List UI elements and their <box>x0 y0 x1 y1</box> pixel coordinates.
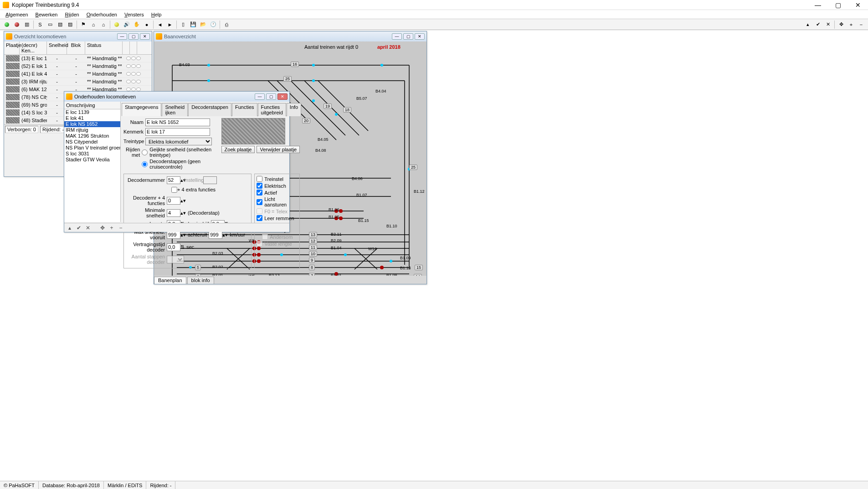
chk-elektrisch[interactable] <box>257 183 262 189</box>
tb-check-icon[interactable]: ✔ <box>813 20 822 29</box>
tb-move-icon[interactable]: ✥ <box>837 20 846 29</box>
baan-close-button[interactable]: ✕ <box>415 33 425 40</box>
ov-min-button[interactable]: — <box>117 33 127 40</box>
ondh-max-button[interactable]: ▢ <box>266 93 276 100</box>
ov-max-button[interactable]: ▢ <box>128 33 139 40</box>
tb-plus-icon[interactable]: + <box>847 20 856 29</box>
extra-functies-check[interactable] <box>171 187 177 193</box>
minsnel-input[interactable] <box>167 209 180 217</box>
chk-actief[interactable] <box>257 190 262 196</box>
treintype-select[interactable]: Elektra lokomotief <box>145 138 212 145</box>
zoek-plaatje-button[interactable]: Zoek plaatje <box>221 146 255 153</box>
close-button[interactable]: ✕ <box>848 0 868 10</box>
tb-dark-icon[interactable]: ● <box>142 20 151 29</box>
menu-algemeen[interactable]: Algemeen <box>2 11 32 18</box>
footer-x-icon[interactable]: ✕ <box>84 224 92 232</box>
list-item[interactable]: S loc 3031 <box>64 151 120 157</box>
tb-flag-icon[interactable]: ⚑ <box>79 20 88 29</box>
ondh-min-button[interactable]: — <box>255 93 265 100</box>
tb-red-icon[interactable] <box>12 20 21 29</box>
list-item[interactable]: E lok NS 1652 <box>64 121 120 127</box>
col-status[interactable]: Status <box>85 41 123 54</box>
tb-btn3[interactable]: ▥ <box>22 20 31 29</box>
vertrag-input[interactable] <box>167 243 180 251</box>
menu-help[interactable]: Help <box>148 11 165 18</box>
tb-sound-icon[interactable]: 🔊 <box>122 20 131 29</box>
tb-open-icon[interactable]: 📂 <box>199 20 208 29</box>
tab-info[interactable]: Info <box>287 103 301 116</box>
achter-input[interactable] <box>209 231 222 239</box>
kenmerk-input[interactable] <box>145 128 210 136</box>
window-onderhouden[interactable]: Onderhouden locomotieven — ▢ ✕ Omschrijv… <box>64 91 290 232</box>
tb-x-icon[interactable]: ✕ <box>823 20 832 29</box>
tb-hand-icon[interactable]: ✋ <box>132 20 141 29</box>
radio-decoderstappen[interactable] <box>142 161 148 167</box>
tb-print-icon[interactable]: ⎙ <box>222 20 231 29</box>
menu-onderhouden[interactable]: Onderhouden <box>83 11 121 18</box>
col-plaatje[interactable]: Plaatje <box>4 41 20 54</box>
baan-max-button[interactable]: ▢ <box>403 33 413 40</box>
tb-home2-icon[interactable]: ⌂ <box>99 20 108 29</box>
dec4-input[interactable] <box>167 197 180 205</box>
chk-treinstel[interactable] <box>257 176 262 182</box>
tab-stamgegevens[interactable]: Stamgegevens <box>122 103 161 116</box>
footer-plus-icon[interactable]: + <box>108 224 115 232</box>
tb-minus-icon[interactable]: − <box>857 20 866 29</box>
list-item[interactable]: E lok 41 <box>64 115 120 121</box>
tab-banenplan[interactable]: Banenplan <box>154 277 186 284</box>
decnr-input[interactable] <box>167 176 180 184</box>
tab-snelheid[interactable]: Snelheid ijken <box>162 103 188 116</box>
footer-check-icon[interactable]: ✔ <box>75 224 82 232</box>
list-item[interactable]: Stadler GTW Veolia <box>64 157 120 163</box>
tb-left-icon[interactable]: ◄ <box>155 20 164 29</box>
tb-btn5[interactable]: ▭ <box>46 20 55 29</box>
tb-btn7[interactable]: ▨ <box>66 20 75 29</box>
tb-yellow-icon[interactable] <box>112 20 121 29</box>
col-snelheid[interactable]: Snelheid <box>47 41 67 54</box>
minimize-button[interactable]: — <box>808 0 828 10</box>
tb-home-icon[interactable]: ⌂ <box>89 20 98 29</box>
col-kenmerk[interactable]: (decnr) Ken... <box>20 41 47 54</box>
table-row[interactable]: (41) E lok 41--** Handmatig ** <box>4 70 152 78</box>
list-item[interactable]: IRM rijtuig <box>64 127 120 133</box>
tb-green-icon[interactable] <box>2 20 11 29</box>
baan-min-button[interactable]: — <box>392 33 402 40</box>
ondh-list[interactable]: E loc 1139E lok 41E lok NS 1652IRM rijtu… <box>64 109 120 222</box>
table-row[interactable]: (13) E loc 1139--** Handmatig ** <box>4 55 152 62</box>
tb-doc-icon[interactable]: ▯ <box>179 20 188 29</box>
footer-move-icon[interactable]: ✥ <box>99 224 106 232</box>
table-row[interactable]: (52) E lok 17--** Handmatig ** <box>4 62 152 70</box>
tab-decoderstappen[interactable]: Decoderstappen <box>188 103 231 116</box>
ondh-close-button[interactable]: ✕ <box>277 93 288 100</box>
chk-leer[interactable] <box>257 215 262 221</box>
chk-licht[interactable] <box>257 199 262 205</box>
verwijder-plaatje-button[interactable]: Verwijder plaatje <box>257 146 300 153</box>
col-blok[interactable]: Blok <box>67 41 85 54</box>
radio-geijkte[interactable] <box>142 149 148 155</box>
list-item[interactable]: MAK 1296 Strukton <box>64 133 120 139</box>
tab-functies-uitg[interactable]: Functies uitgebreid <box>258 103 286 116</box>
tb-save-icon[interactable]: 💾 <box>189 20 198 29</box>
tb-s-icon[interactable]: S <box>36 20 45 29</box>
tb-right-icon[interactable]: ► <box>165 20 175 29</box>
maxv-input[interactable] <box>167 231 180 239</box>
footer-up-icon[interactable]: ▴ <box>66 224 73 232</box>
tb-up-icon[interactable]: ▴ <box>803 20 812 29</box>
menu-vensters[interactable]: Vensters <box>121 11 148 18</box>
naam-input[interactable] <box>145 118 210 126</box>
menu-rijden[interactable]: Rijden <box>61 11 82 18</box>
ov-close-button[interactable]: ✕ <box>140 33 150 40</box>
baan-title: Baanoverzicht <box>164 34 392 39</box>
menu-bewerken[interactable]: Bewerken <box>32 11 62 18</box>
table-row[interactable]: (3) IRM rijtuig--** Handmatig ** <box>4 78 152 86</box>
tb-btn6[interactable]: ▧ <box>56 20 65 29</box>
maximize-button[interactable]: ▢ <box>828 0 848 10</box>
list-item[interactable]: NS Citypendel <box>64 139 120 145</box>
list-item[interactable]: E loc 1139 <box>64 109 120 115</box>
tab-blokinfo[interactable]: blok info <box>187 277 214 284</box>
footer-minus-icon[interactable]: − <box>117 224 124 232</box>
block-label: B1.15 <box>358 218 369 223</box>
list-item[interactable]: NS Plan V treinstel groen WS <box>64 145 120 151</box>
tb-clock-icon[interactable]: 🕐 <box>209 20 218 29</box>
tab-functies[interactable]: Functies <box>232 103 257 116</box>
